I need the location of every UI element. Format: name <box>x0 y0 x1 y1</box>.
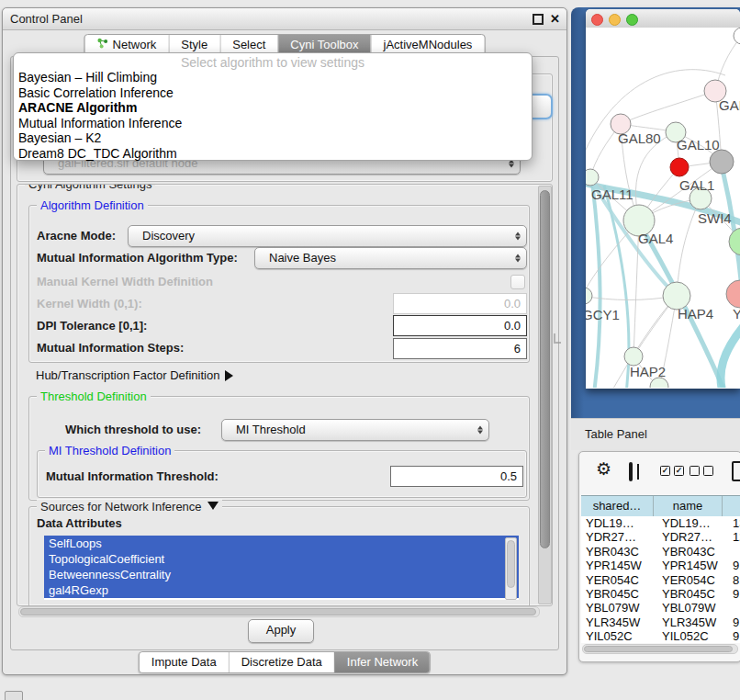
algorithm-option[interactable]: Mutual Information Inference <box>14 116 532 131</box>
table-row[interactable]: YBR043CYBR043C <box>581 545 740 559</box>
table-cell: YIL052C <box>657 629 730 643</box>
table-row[interactable]: YER054CYER054C8. <box>581 573 740 587</box>
close-window-icon[interactable] <box>591 14 603 26</box>
apply-button[interactable]: Apply <box>248 619 314 643</box>
cyni-algorithm-settings-group: Cyni Algorithm Settings Algorithm Defini… <box>17 184 553 606</box>
table-cell: 9 <box>730 629 740 643</box>
attribute-list-scrollbar[interactable] <box>505 537 517 600</box>
zoom-window-icon[interactable] <box>626 14 638 26</box>
table-cell <box>730 545 740 559</box>
settings-vertical-scrollbar[interactable] <box>538 186 552 604</box>
data-attribute-item[interactable]: SelfLoops <box>44 536 519 551</box>
new-table-icon[interactable] <box>732 461 740 481</box>
network-node-label: HAP4 <box>678 306 713 322</box>
network-edge[interactable] <box>621 91 715 124</box>
network-node-label: GAL <box>719 97 740 113</box>
data-attribute-item[interactable]: TopologicalCoefficient <box>44 551 519 567</box>
kernel-width-label: Kernel Width (0,1): <box>37 297 142 310</box>
mi-steps-label: Mutual Information Steps: <box>37 341 184 355</box>
table-cell: YBR043C <box>657 545 730 559</box>
algorithm-option[interactable]: ARACNE Algorithm <box>14 100 532 116</box>
which-threshold-combo[interactable]: MI Threshold <box>221 419 489 441</box>
network-edge[interactable] <box>592 182 600 388</box>
which-threshold-label: Which threshold to use: <box>65 423 201 436</box>
settings-horizontal-scrollbar[interactable] <box>18 606 540 617</box>
algorithm-dropdown-list: Bayesian – Hill ClimbingBasic Correlatio… <box>14 70 532 161</box>
attribute-list-scroll-thumb[interactable] <box>507 540 515 588</box>
columns-icon[interactable] <box>629 462 633 481</box>
data-attribute-item[interactable]: gal4RGexp <box>44 582 519 598</box>
dpi-tolerance-field[interactable]: 0.0 <box>393 315 527 336</box>
network-node-gal1[interactable] <box>710 150 734 174</box>
clear-checkboxes-icon[interactable] <box>690 466 713 476</box>
sources-title[interactable]: Sources for Network Inference <box>37 500 222 515</box>
close-panel-icon[interactable]: ✕ <box>550 15 560 24</box>
network-node-hap2[interactable] <box>624 347 643 366</box>
network-node-y[interactable] <box>726 280 740 308</box>
table-cell: YBL079W <box>657 601 730 615</box>
manual-kernel-width-checkbox[interactable] <box>510 275 525 289</box>
network-node[interactable] <box>670 158 689 176</box>
table-cell: YDL19… <box>581 516 657 530</box>
select-all-checkboxes-icon[interactable]: ✓✓ <box>660 466 684 476</box>
mi-threshold-definition-title: MI Threshold Definition <box>45 444 174 457</box>
network-canvas[interactable]: GALGAL80GAL10GAL1GAL11SWI4GAL4GCY1HAP4YH… <box>586 28 740 388</box>
data-attributes-list[interactable]: SelfLoopsTopologicalCoefficientBetweenne… <box>44 536 519 600</box>
data-attributes-label: Data Attributes <box>37 516 122 530</box>
network-view-window: GALGAL80GAL10GAL1GAL11SWI4GAL4GCY1HAP4YH… <box>586 9 740 389</box>
tab-infer-network[interactable]: Infer Network <box>334 652 430 672</box>
network-node-gal11[interactable] <box>586 169 599 186</box>
table-cell: 8. <box>730 573 740 587</box>
mi-steps-field[interactable]: 6 <box>393 338 527 359</box>
network-node[interactable] <box>734 28 740 44</box>
table-horizontal-scrollbar[interactable] <box>582 644 738 654</box>
network-view-focus-frame: GALGAL80GAL10GAL1GAL11SWI4GAL4GCY1HAP4YH… <box>571 7 740 418</box>
algorithm-option[interactable]: Bayesian – K2 <box>14 130 532 146</box>
tab-discretize-data[interactable]: Discretize Data <box>229 652 334 672</box>
network-node-gcy1[interactable] <box>586 288 592 304</box>
sources-group: Sources for Network Inference Data Attri… <box>28 506 530 606</box>
threshold-definition-title: Threshold Definition <box>37 390 151 403</box>
table-row[interactable]: YDR27…YDR27…12 <box>581 530 740 544</box>
mi-threshold-field[interactable]: 0.5 <box>390 466 523 487</box>
table-row[interactable]: YDL19…YDL19…13 <box>581 516 740 530</box>
hub-tf-definition-toggle[interactable]: Hub/Transcription Factor Definition <box>36 368 239 382</box>
table-row[interactable]: YPR145WYPR145W9. <box>581 559 740 572</box>
algorithm-definition-title: Algorithm Definition <box>37 198 148 212</box>
float-window-icon[interactable] <box>533 14 544 25</box>
table-column-header[interactable] <box>723 496 740 516</box>
table-row[interactable]: YBR045CYBR045C9. <box>581 587 740 601</box>
table-row[interactable]: YIL052CYIL052C9 <box>581 629 740 643</box>
aracne-mode-label: Aracne Mode: <box>37 229 116 243</box>
table-row[interactable]: YLR345WYLR345W9. <box>581 615 740 629</box>
algorithm-option[interactable]: Basic Correlation Inference <box>14 85 532 101</box>
table-cell: YDR27… <box>581 530 657 544</box>
splitter-grip[interactable] <box>554 333 561 344</box>
manual-kernel-width-label: Manual Kernel Width Definition <box>37 275 213 288</box>
table-cell: YBL079W <box>581 601 657 615</box>
data-attribute-item[interactable]: BetweennessCentrality <box>44 567 519 582</box>
table-column-header[interactable]: shared… <box>581 496 654 516</box>
aracne-mode-value: Discovery <box>142 229 195 243</box>
gear-icon[interactable]: ⚙ <box>596 460 611 479</box>
table-row[interactable]: YBL079WYBL079W <box>581 601 740 615</box>
algorithm-option[interactable]: Dream8 DC_TDC Algorithm <box>14 146 532 162</box>
table-cell: YLR345W <box>657 615 730 629</box>
table-cell: YBR043C <box>581 545 657 559</box>
network-node-label: HAP2 <box>630 364 666 379</box>
settings-horizontal-scroll-thumb[interactable] <box>20 608 536 615</box>
collapsed-panel-icon[interactable] <box>5 691 23 700</box>
algorithm-option[interactable]: Bayesian – Hill Climbing <box>14 70 532 85</box>
tab-impute-data[interactable]: Impute Data <box>140 652 229 672</box>
mi-algorithm-type-combo[interactable]: Naive Bayes <box>254 247 527 269</box>
table-horizontal-scroll-thumb[interactable] <box>584 646 733 652</box>
network-node-label: GAL10 <box>677 137 720 152</box>
network-node[interactable] <box>729 228 740 255</box>
aracne-mode-combo[interactable]: Discovery <box>128 225 527 247</box>
network-edge[interactable] <box>586 70 725 167</box>
expanded-arrow-icon <box>207 502 219 515</box>
minimize-window-icon[interactable] <box>609 14 621 26</box>
table-column-header[interactable]: name <box>654 496 723 516</box>
network-edge[interactable] <box>721 326 740 388</box>
settings-vertical-scroll-thumb[interactable] <box>540 190 550 548</box>
